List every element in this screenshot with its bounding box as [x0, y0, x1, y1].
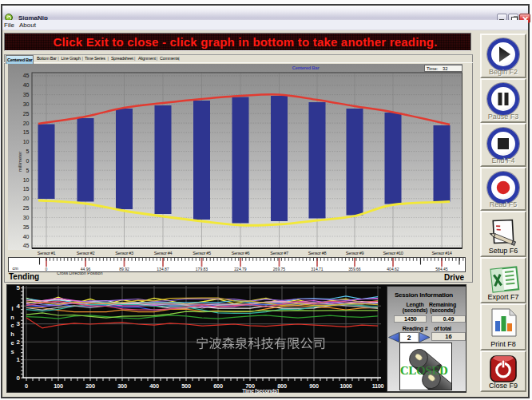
svg-text:Time [seconds]: Time [seconds] — [242, 388, 279, 394]
svg-text:s: s — [10, 348, 14, 355]
svg-text:e: e — [10, 339, 14, 347]
svg-text:5: 5 — [17, 284, 21, 291]
svg-text:600: 600 — [213, 382, 223, 390]
svg-text:2: 2 — [407, 334, 411, 342]
svg-text:I: I — [11, 305, 13, 312]
svg-text:CLOSED: CLOSED — [400, 364, 448, 377]
svg-text:c: c — [10, 322, 14, 329]
svg-text:100: 100 — [54, 382, 63, 390]
svg-text:800: 800 — [277, 382, 287, 390]
svg-text:500: 500 — [181, 382, 191, 390]
svg-text:300: 300 — [117, 382, 127, 390]
svg-text:h: h — [10, 331, 14, 338]
svg-text:n: n — [10, 314, 14, 321]
svg-text:900: 900 — [309, 382, 319, 390]
svg-text:400: 400 — [149, 382, 159, 390]
svg-text:0: 0 — [17, 374, 21, 382]
svg-text:1100: 1100 — [372, 382, 384, 390]
svg-text:4: 4 — [17, 303, 21, 310]
svg-text:2: 2 — [17, 339, 21, 346]
svg-text:3: 3 — [17, 320, 21, 327]
svg-text:1000: 1000 — [339, 382, 351, 390]
svg-text:1: 1 — [17, 356, 21, 363]
svg-text:200: 200 — [85, 382, 95, 390]
svg-text:0: 0 — [25, 382, 28, 390]
